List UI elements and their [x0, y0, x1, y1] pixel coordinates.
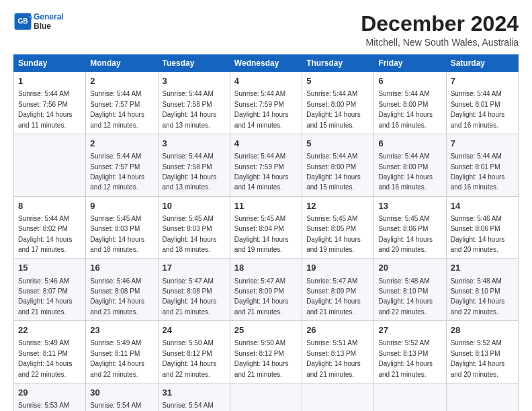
table-row: 8Sunrise: 5:44 AMSunset: 8:02 PMDaylight… [14, 196, 86, 259]
col-thursday: Thursday [302, 55, 374, 72]
calendar-table: Sunday Monday Tuesday Wednesday Thursday… [13, 54, 519, 411]
week-row-6: 29Sunrise: 5:53 AMSunset: 8:14 PMDayligh… [14, 383, 519, 411]
table-row: 4Sunrise: 5:44 AMSunset: 7:59 PMDaylight… [230, 72, 302, 134]
table-row: 2Sunrise: 5:44 AMSunset: 7:57 PMDaylight… [86, 72, 158, 134]
col-wednesday: Wednesday [230, 55, 302, 72]
table-row: 6Sunrise: 5:44 AMSunset: 8:00 PMDaylight… [374, 134, 446, 196]
table-row: 1Sunrise: 5:44 AMSunset: 7:56 PMDaylight… [14, 72, 86, 134]
table-row: 2Sunrise: 5:44 AMSunset: 7:57 PMDaylight… [86, 134, 158, 196]
table-row: 20Sunrise: 5:48 AMSunset: 8:10 PMDayligh… [374, 259, 446, 321]
col-monday: Monday [86, 55, 158, 72]
table-row: 16Sunrise: 5:46 AMSunset: 8:08 PMDayligh… [86, 259, 158, 321]
week-row-4: 15Sunrise: 5:46 AMSunset: 8:07 PMDayligh… [14, 259, 519, 321]
logo-icon: GB [13, 12, 32, 31]
header: GB General Blue December 2024 Mitchell, … [13, 12, 519, 48]
table-row: 23Sunrise: 5:49 AMSunset: 8:11 PMDayligh… [86, 321, 158, 383]
table-row: 6Sunrise: 5:44 AMSunset: 8:00 PMDaylight… [374, 72, 446, 134]
table-row: 18Sunrise: 5:47 AMSunset: 8:09 PMDayligh… [230, 259, 302, 321]
page: GB General Blue December 2024 Mitchell, … [0, 0, 532, 411]
table-row: 19Sunrise: 5:47 AMSunset: 8:09 PMDayligh… [302, 259, 374, 321]
col-saturday: Saturday [446, 55, 518, 72]
table-row: 17Sunrise: 5:47 AMSunset: 8:08 PMDayligh… [158, 259, 230, 321]
table-row: 7Sunrise: 5:44 AMSunset: 8:01 PMDaylight… [446, 72, 518, 134]
table-row: 12Sunrise: 5:45 AMSunset: 8:05 PMDayligh… [302, 196, 374, 259]
table-row: 25Sunrise: 5:50 AMSunset: 8:12 PMDayligh… [230, 321, 302, 383]
table-row: 15Sunrise: 5:46 AMSunset: 8:07 PMDayligh… [14, 259, 86, 321]
week-row-1: 1Sunrise: 5:44 AMSunset: 7:56 PMDaylight… [14, 72, 519, 134]
table-row: 30Sunrise: 5:54 AMSunset: 8:14 PMDayligh… [86, 383, 158, 411]
header-row: Sunday Monday Tuesday Wednesday Thursday… [14, 55, 519, 72]
table-row: 28Sunrise: 5:52 AMSunset: 8:13 PMDayligh… [446, 321, 518, 383]
table-row: 3Sunrise: 5:44 AMSunset: 7:58 PMDaylight… [158, 134, 230, 196]
table-row: 21Sunrise: 5:48 AMSunset: 8:10 PMDayligh… [446, 259, 518, 321]
col-friday: Friday [374, 55, 446, 72]
week-row-2: 2Sunrise: 5:44 AMSunset: 7:57 PMDaylight… [14, 134, 519, 196]
col-tuesday: Tuesday [158, 55, 230, 72]
title-area: December 2024 Mitchell, New South Wales,… [361, 12, 519, 48]
table-row: 3Sunrise: 5:44 AMSunset: 7:58 PMDaylight… [158, 72, 230, 134]
table-row: 7Sunrise: 5:44 AMSunset: 8:01 PMDaylight… [446, 134, 518, 196]
table-row: 11Sunrise: 5:45 AMSunset: 8:04 PMDayligh… [230, 196, 302, 259]
col-sunday: Sunday [14, 55, 86, 72]
table-row: 29Sunrise: 5:53 AMSunset: 8:14 PMDayligh… [14, 383, 86, 411]
table-row: 27Sunrise: 5:52 AMSunset: 8:13 PMDayligh… [374, 321, 446, 383]
empty-cell [230, 383, 302, 411]
empty-cell [446, 383, 518, 411]
empty-cell [374, 383, 446, 411]
logo: GB General Blue [13, 12, 64, 31]
empty-cell [14, 134, 86, 196]
week-row-5: 22Sunrise: 5:49 AMSunset: 8:11 PMDayligh… [14, 321, 519, 383]
logo-text: General Blue [34, 12, 64, 31]
table-row: 13Sunrise: 5:45 AMSunset: 8:06 PMDayligh… [374, 196, 446, 259]
subtitle: Mitchell, New South Wales, Australia [361, 37, 519, 48]
table-row: 4Sunrise: 5:44 AMSunset: 7:59 PMDaylight… [230, 134, 302, 196]
table-row: 5Sunrise: 5:44 AMSunset: 8:00 PMDaylight… [302, 72, 374, 134]
table-row: 22Sunrise: 5:49 AMSunset: 8:11 PMDayligh… [14, 321, 86, 383]
table-row: 10Sunrise: 5:45 AMSunset: 8:03 PMDayligh… [158, 196, 230, 259]
table-row: 5Sunrise: 5:44 AMSunset: 8:00 PMDaylight… [302, 134, 374, 196]
week-row-3: 8Sunrise: 5:44 AMSunset: 8:02 PMDaylight… [14, 196, 519, 259]
svg-text:GB: GB [17, 17, 28, 25]
table-row: 26Sunrise: 5:51 AMSunset: 8:13 PMDayligh… [302, 321, 374, 383]
empty-cell [302, 383, 374, 411]
main-title: December 2024 [361, 12, 519, 36]
table-row: 24Sunrise: 5:50 AMSunset: 8:12 PMDayligh… [158, 321, 230, 383]
table-row: 14Sunrise: 5:46 AMSunset: 8:06 PMDayligh… [446, 196, 518, 259]
table-row: 9Sunrise: 5:45 AMSunset: 8:03 PMDaylight… [86, 196, 158, 259]
table-row: 31Sunrise: 5:54 AMSunset: 8:14 PMDayligh… [158, 383, 230, 411]
